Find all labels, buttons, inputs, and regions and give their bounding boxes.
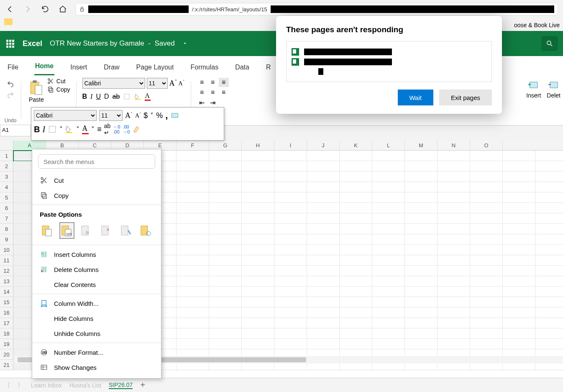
double-underline-button[interactable]: D bbox=[104, 93, 109, 100]
cell[interactable] bbox=[503, 245, 535, 255]
cell[interactable] bbox=[470, 266, 503, 276]
cell[interactable] bbox=[535, 307, 563, 318]
ctx-cut[interactable]: Cut bbox=[32, 173, 161, 188]
italic-button[interactable]: I bbox=[90, 93, 92, 100]
cell[interactable] bbox=[470, 318, 503, 328]
ctx-insert-columns[interactable]: Insert Columns bbox=[32, 247, 161, 262]
cell[interactable] bbox=[405, 213, 438, 224]
row-header[interactable]: 15 bbox=[0, 297, 13, 307]
col-header-f[interactable]: F bbox=[177, 141, 209, 150]
cell[interactable] bbox=[535, 203, 563, 213]
cell[interactable] bbox=[274, 297, 307, 307]
cell[interactable] bbox=[470, 245, 503, 255]
cell[interactable] bbox=[503, 266, 535, 276]
cell[interactable] bbox=[470, 182, 503, 192]
cell[interactable] bbox=[438, 234, 470, 245]
cell[interactable] bbox=[209, 318, 242, 328]
cell[interactable] bbox=[470, 161, 503, 172]
cell[interactable] bbox=[405, 287, 438, 297]
cell[interactable] bbox=[503, 203, 535, 213]
row-header[interactable]: 20 bbox=[0, 349, 13, 360]
cell[interactable] bbox=[438, 339, 470, 349]
tab-page-layout[interactable]: Page Layout bbox=[136, 59, 175, 75]
cell[interactable] bbox=[307, 213, 340, 224]
redo-icon[interactable] bbox=[6, 91, 15, 99]
cell[interactable] bbox=[177, 161, 209, 172]
cell[interactable] bbox=[438, 266, 470, 276]
cell[interactable] bbox=[177, 172, 209, 182]
cell[interactable] bbox=[405, 224, 438, 234]
cell[interactable] bbox=[242, 297, 274, 307]
col-header-h[interactable]: H bbox=[242, 141, 274, 150]
cell[interactable] bbox=[307, 276, 340, 287]
cell[interactable] bbox=[209, 161, 242, 172]
cell[interactable] bbox=[405, 161, 438, 172]
cell[interactable] bbox=[503, 276, 535, 287]
underline-button[interactable]: U bbox=[96, 93, 101, 100]
mini-font-color[interactable]: A bbox=[82, 124, 89, 134]
cell[interactable] bbox=[438, 182, 470, 192]
cell[interactable] bbox=[274, 287, 307, 297]
cell[interactable] bbox=[242, 318, 274, 328]
paste-button[interactable]: Paste bbox=[27, 78, 46, 105]
cell[interactable] bbox=[503, 161, 535, 172]
mini-comma[interactable]: , bbox=[165, 110, 168, 121]
cell[interactable] bbox=[438, 297, 470, 307]
cell[interactable] bbox=[470, 307, 503, 318]
cell[interactable] bbox=[307, 182, 340, 192]
copy-button[interactable]: Copy bbox=[47, 86, 70, 93]
cell[interactable] bbox=[340, 224, 372, 234]
tab-home[interactable]: Home bbox=[34, 58, 54, 75]
cell[interactable] bbox=[503, 318, 535, 328]
cell[interactable] bbox=[405, 182, 438, 192]
cell[interactable] bbox=[405, 203, 438, 213]
select-all-corner[interactable] bbox=[0, 141, 13, 150]
cell[interactable] bbox=[242, 192, 274, 203]
cell[interactable] bbox=[242, 287, 274, 297]
strike-button[interactable]: ab bbox=[113, 93, 120, 100]
mini-shrink-font[interactable]: A˅ bbox=[135, 112, 141, 119]
folder-icon[interactable] bbox=[4, 18, 13, 25]
paste-option-all[interactable] bbox=[40, 222, 54, 239]
cell[interactable] bbox=[372, 224, 405, 234]
paste-option-formulas[interactable]: fx bbox=[79, 222, 94, 239]
cell[interactable] bbox=[340, 182, 372, 192]
cell[interactable] bbox=[470, 151, 503, 161]
cell[interactable] bbox=[274, 339, 307, 349]
back-button[interactable] bbox=[5, 4, 15, 14]
cell[interactable] bbox=[274, 318, 307, 328]
cell[interactable] bbox=[470, 192, 503, 203]
document-title[interactable]: OTR New Starters by Gamale - Saved bbox=[50, 39, 175, 48]
tab-formulas[interactable]: Formulas bbox=[189, 59, 219, 75]
cell[interactable] bbox=[535, 192, 563, 203]
mini-percent[interactable]: % bbox=[156, 111, 163, 120]
cell[interactable] bbox=[307, 307, 340, 318]
cell[interactable] bbox=[470, 297, 503, 307]
align-top-left[interactable]: ≡ bbox=[197, 78, 207, 87]
ctx-number-format[interactable]: 123 Number Format... bbox=[32, 345, 161, 360]
cell[interactable] bbox=[405, 151, 438, 161]
cell[interactable] bbox=[372, 287, 405, 297]
cell[interactable] bbox=[307, 151, 340, 161]
cell[interactable] bbox=[307, 245, 340, 255]
cell[interactable] bbox=[209, 297, 242, 307]
cell[interactable] bbox=[274, 172, 307, 182]
cell[interactable] bbox=[503, 151, 535, 161]
cell[interactable] bbox=[242, 182, 274, 192]
cell[interactable] bbox=[177, 224, 209, 234]
col-header-k[interactable]: K bbox=[340, 141, 372, 150]
cell[interactable] bbox=[503, 172, 535, 182]
cell[interactable] bbox=[438, 213, 470, 224]
cell[interactable] bbox=[307, 161, 340, 172]
row-header[interactable]: 12 bbox=[0, 266, 13, 276]
cell[interactable] bbox=[242, 203, 274, 213]
cell[interactable] bbox=[535, 172, 563, 182]
cell[interactable] bbox=[340, 266, 372, 276]
cell[interactable] bbox=[340, 328, 372, 339]
cell[interactable] bbox=[242, 224, 274, 234]
cell[interactable] bbox=[535, 151, 563, 161]
cell[interactable] bbox=[274, 266, 307, 276]
cell[interactable] bbox=[340, 287, 372, 297]
cell[interactable] bbox=[242, 151, 274, 161]
cell[interactable] bbox=[503, 234, 535, 245]
